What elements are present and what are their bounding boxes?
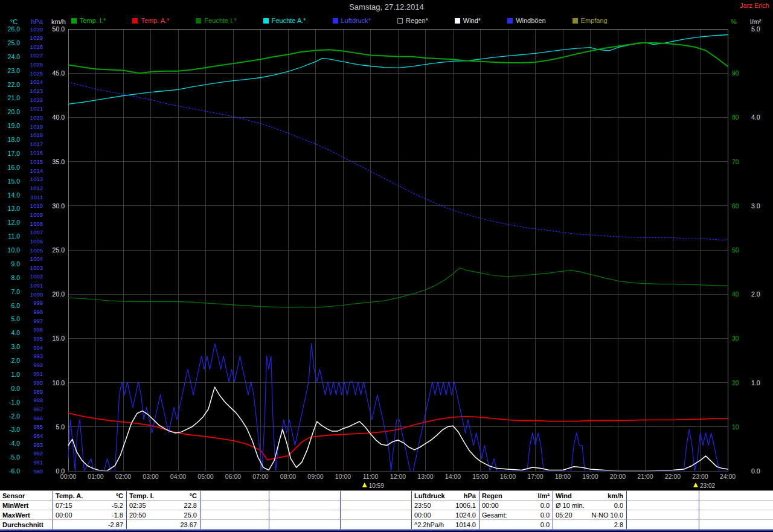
svg-text:1018: 1018 bbox=[30, 132, 43, 138]
axis-unit-lm2: l/m² bbox=[750, 18, 762, 25]
table-cell: 00:001024.0 bbox=[412, 510, 480, 520]
svg-text:1023: 1023 bbox=[30, 88, 43, 94]
table-cell bbox=[627, 491, 699, 501]
svg-text:20.0: 20.0 bbox=[53, 290, 65, 298]
table-cell: 07:15-5.2 bbox=[53, 501, 127, 510]
table-cell bbox=[699, 491, 773, 501]
table-cell bbox=[200, 501, 269, 510]
svg-text:1004: 1004 bbox=[30, 255, 43, 262]
svg-text:1007: 1007 bbox=[30, 229, 43, 236]
table-cell bbox=[200, 510, 269, 520]
svg-text:2.0: 2.0 bbox=[751, 290, 760, 298]
svg-text:1022: 1022 bbox=[30, 97, 43, 103]
svg-text:1009: 1009 bbox=[30, 211, 43, 218]
marker-triangle-icon bbox=[362, 482, 367, 487]
svg-text:90: 90 bbox=[732, 69, 739, 77]
svg-text:09:00: 09:00 bbox=[307, 473, 323, 480]
svg-text:996: 996 bbox=[33, 326, 43, 333]
svg-text:1016: 1016 bbox=[30, 149, 43, 156]
svg-text:997: 997 bbox=[33, 318, 43, 324]
svg-text:22:00: 22:00 bbox=[665, 473, 681, 480]
svg-text:23.0: 23.0 bbox=[8, 67, 21, 74]
svg-text:40: 40 bbox=[732, 290, 739, 298]
table-cell bbox=[341, 501, 412, 510]
weather-chart: °ChPakm/h%l/m²26.025.024.023.022.021.020… bbox=[0, 0, 773, 490]
table-cell bbox=[269, 510, 341, 520]
svg-text:50: 50 bbox=[732, 246, 739, 254]
svg-text:987: 987 bbox=[33, 406, 43, 412]
svg-text:80: 80 bbox=[732, 114, 739, 121]
svg-text:981: 981 bbox=[33, 459, 43, 466]
svg-text:13:00: 13:00 bbox=[417, 473, 433, 480]
table-cell bbox=[269, 520, 341, 530]
svg-text:1021: 1021 bbox=[30, 105, 43, 112]
svg-text:15:00: 15:00 bbox=[472, 473, 488, 480]
svg-text:11:00: 11:00 bbox=[363, 473, 379, 480]
svg-text:986: 986 bbox=[33, 415, 43, 421]
table-cell: 0.0 bbox=[480, 520, 553, 530]
table-cell bbox=[269, 491, 341, 501]
table-cell: Gesamt:0.0 bbox=[480, 510, 553, 520]
svg-text:07:00: 07:00 bbox=[252, 473, 268, 480]
svg-text:6.0: 6.0 bbox=[11, 302, 20, 309]
svg-text:1003: 1003 bbox=[30, 264, 43, 271]
axis-unit-hpa: hPa bbox=[31, 18, 43, 25]
svg-text:14.0: 14.0 bbox=[8, 191, 21, 199]
table-cell bbox=[269, 501, 341, 510]
svg-text:4.0: 4.0 bbox=[11, 329, 20, 336]
svg-text:18:00: 18:00 bbox=[555, 473, 571, 480]
svg-text:17.0: 17.0 bbox=[8, 150, 21, 157]
table-cell: Temp. A.°C bbox=[53, 491, 127, 501]
table-cell bbox=[699, 501, 773, 510]
svg-text:995: 995 bbox=[33, 335, 43, 342]
svg-text:11.0: 11.0 bbox=[8, 232, 20, 240]
axis-ticks-celsius: 26.025.024.023.022.021.020.019.018.017.0… bbox=[8, 25, 21, 475]
svg-text:03:00: 03:00 bbox=[143, 473, 158, 480]
svg-text:35.0: 35.0 bbox=[53, 158, 65, 165]
axis-unit-labels: °ChPakm/h%l/m² bbox=[10, 18, 762, 25]
weather-app-window: { "window": { "title": "Samstag, 27.12.2… bbox=[0, 0, 773, 532]
svg-text:50.0: 50.0 bbox=[53, 25, 65, 33]
svg-text:1013: 1013 bbox=[30, 176, 43, 182]
svg-text:15.0: 15.0 bbox=[53, 335, 65, 342]
table-cell: 05:20N-NO 10.0 bbox=[553, 510, 627, 520]
svg-text:998: 998 bbox=[33, 309, 43, 315]
time-marker-23:02: 23:02 bbox=[693, 482, 715, 489]
svg-text:24.0: 24.0 bbox=[8, 53, 21, 60]
svg-text:985: 985 bbox=[33, 423, 43, 430]
svg-text:70: 70 bbox=[732, 158, 739, 165]
table-cell: Ø 10 min.0.0 bbox=[553, 501, 627, 510]
svg-text:1006: 1006 bbox=[30, 238, 43, 245]
table-cell: 00:00-1.8 bbox=[53, 510, 127, 520]
svg-text:-2.0: -2.0 bbox=[9, 412, 20, 420]
table-cell: Windkm/h bbox=[553, 491, 627, 501]
grid bbox=[68, 29, 728, 471]
svg-text:20.0: 20.0 bbox=[8, 108, 21, 115]
table-cell bbox=[699, 510, 773, 520]
svg-text:13.0: 13.0 bbox=[8, 205, 21, 212]
table-cell bbox=[627, 510, 699, 520]
svg-text:4.0: 4.0 bbox=[751, 114, 760, 121]
svg-text:10.0: 10.0 bbox=[8, 246, 21, 254]
svg-text:3.0: 3.0 bbox=[751, 202, 760, 210]
svg-text:02:00: 02:00 bbox=[115, 473, 131, 480]
svg-text:989: 989 bbox=[33, 388, 43, 395]
table-cell: 2.8 bbox=[553, 520, 627, 530]
axis-ticks-kmh: 50.045.040.035.030.025.020.015.010.05.00… bbox=[53, 25, 65, 475]
svg-text:5.0: 5.0 bbox=[56, 423, 65, 431]
table-cell bbox=[341, 510, 412, 520]
svg-text:7.0: 7.0 bbox=[11, 288, 20, 295]
svg-text:25.0: 25.0 bbox=[8, 39, 21, 46]
svg-text:2.0: 2.0 bbox=[11, 357, 20, 364]
svg-text:06:00: 06:00 bbox=[225, 473, 241, 480]
table-row-label-durchschnitt: Durchschnitt bbox=[0, 520, 53, 530]
svg-text:19.0: 19.0 bbox=[8, 122, 21, 129]
svg-text:0.0: 0.0 bbox=[11, 385, 20, 392]
svg-text:04:00: 04:00 bbox=[170, 473, 186, 480]
svg-text:1025: 1025 bbox=[30, 70, 43, 77]
svg-text:-6.0: -6.0 bbox=[9, 467, 20, 475]
svg-text:16.0: 16.0 bbox=[8, 164, 21, 171]
svg-text:22.0: 22.0 bbox=[8, 81, 21, 88]
svg-text:14:00: 14:00 bbox=[445, 473, 461, 480]
svg-text:26.0: 26.0 bbox=[8, 25, 21, 33]
